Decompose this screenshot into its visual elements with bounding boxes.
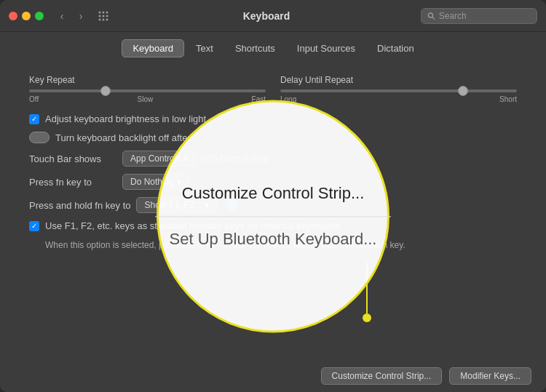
window-title: Keyboard [112, 10, 421, 22]
nav-buttons: ‹ › [54, 8, 89, 24]
titlebar: ‹ › Keyboard [0, 0, 546, 32]
spotlight-overlay: Customize Control Strip... Set Up Blueto… [157, 100, 389, 332]
svg-point-6 [99, 18, 101, 20]
tab-input-sources[interactable]: Input Sources [287, 40, 365, 57]
turn-backlight-label: Turn keyboard backlight off after [55, 132, 191, 143]
svg-point-9 [428, 12, 432, 17]
tab-bar: Keyboard Text Shortcuts Input Sources Di… [0, 32, 546, 63]
turn-backlight-toggle[interactable] [29, 132, 50, 143]
svg-point-5 [106, 15, 108, 17]
spotlight-content: Customize Control Strip... Set Up Blueto… [141, 162, 406, 271]
delay-repeat-label: Delay Until Repeat [280, 75, 517, 85]
svg-point-7 [103, 18, 105, 20]
key-repeat-slider[interactable] [29, 89, 266, 92]
function-keys-checkbox[interactable]: ✓ [29, 221, 39, 231]
search-icon [427, 12, 435, 20]
back-button[interactable]: ‹ [54, 8, 70, 24]
key-repeat-slow: Slow [138, 95, 154, 103]
svg-point-2 [106, 11, 108, 13]
maximize-button[interactable] [35, 12, 44, 20]
fn-key-label: Press fn key to [29, 177, 116, 188]
delay-repeat-thumb[interactable] [458, 86, 468, 96]
delay-repeat-labels: Long Short [280, 95, 517, 103]
tab-text[interactable]: Text [186, 40, 223, 57]
search-bar[interactable] [421, 8, 537, 24]
svg-point-8 [106, 18, 108, 20]
forward-button[interactable]: › [73, 8, 89, 24]
fn-hold-label: Press and hold fn key to [29, 200, 130, 211]
key-repeat-label: Key Repeat [29, 75, 266, 85]
adjust-brightness-label: Adjust keyboard brightness in low light [45, 113, 206, 124]
arrow-dot [363, 313, 371, 322]
customize-control-strip-button[interactable]: Customize Control Strip... [321, 367, 443, 385]
key-repeat-group: Key Repeat Off Slow Fast [29, 75, 266, 103]
delay-repeat-group: Delay Until Repeat Long Short [280, 75, 517, 103]
svg-point-1 [103, 11, 105, 13]
adjust-brightness-checkbox[interactable]: ✓ [29, 114, 39, 124]
delay-short: Short [499, 95, 517, 103]
spotlight-divider [155, 216, 392, 217]
traffic-lights [9, 12, 44, 20]
key-repeat-off: Off [29, 95, 39, 103]
content-area: Key Repeat Off Slow Fast Delay Until Rep… [0, 63, 546, 360]
tab-shortcuts[interactable]: Shortcuts [225, 40, 285, 57]
touch-bar-label: Touch Bar shows [29, 153, 116, 164]
minimize-button[interactable] [22, 12, 31, 20]
delay-repeat-slider[interactable] [280, 89, 517, 92]
search-input[interactable] [439, 11, 531, 21]
bottom-bar: Customize Control Strip... Modifier Keys… [0, 360, 546, 392]
svg-point-3 [99, 15, 101, 17]
svg-point-0 [99, 11, 101, 13]
svg-point-4 [103, 15, 105, 17]
svg-line-10 [432, 17, 435, 19]
customize-strip-spotlight-item[interactable]: Customize Control Strip... [155, 177, 392, 210]
tab-dictation[interactable]: Dictation [367, 40, 424, 57]
sliders-section: Key Repeat Off Slow Fast Delay Until Rep… [29, 75, 517, 103]
key-repeat-labels: Off Slow Fast [29, 95, 266, 103]
main-window: ‹ › Keyboard Keyb [0, 0, 546, 392]
setup-bluetooth-spotlight-item[interactable]: Set Up Bluetooth Keyboard... [155, 223, 392, 256]
key-repeat-thumb[interactable] [100, 86, 111, 96]
app-grid-button[interactable] [95, 7, 112, 25]
modifier-keys-button[interactable]: Modifier Keys... [449, 367, 531, 385]
close-button[interactable] [9, 12, 17, 20]
tab-keyboard[interactable]: Keyboard [122, 39, 184, 57]
